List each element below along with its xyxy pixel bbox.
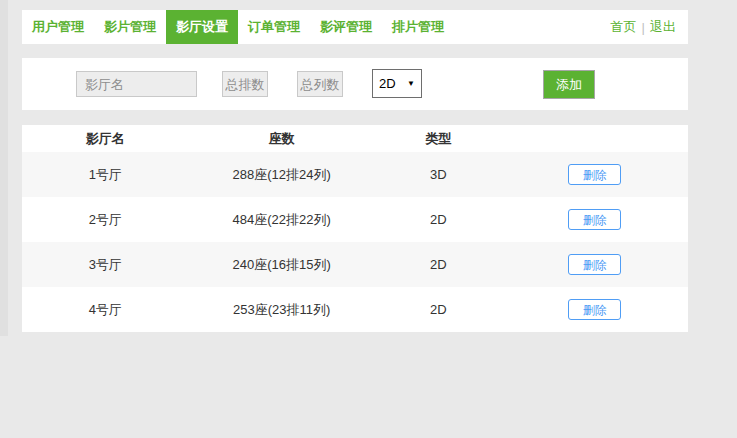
delete-button[interactable]: 删除 bbox=[568, 164, 621, 185]
table-row: 2号厅 484座(22排22列) 2D 删除 bbox=[22, 197, 688, 242]
col-header-actions bbox=[502, 125, 689, 152]
type-cell: 2D bbox=[375, 242, 502, 287]
type-cell: 3D bbox=[375, 152, 502, 197]
actions-cell: 删除 bbox=[502, 152, 689, 197]
table-row: 1号厅 288座(12排24列) 3D 删除 bbox=[22, 152, 688, 197]
hall-name-cell: 3号厅 bbox=[22, 242, 189, 287]
seats-cell: 484座(22排22列) bbox=[189, 197, 375, 242]
seats-cell: 288座(12排24列) bbox=[189, 152, 375, 197]
type-cell: 2D bbox=[375, 287, 502, 332]
top-nav: 用户管理 影片管理 影厅设置 订单管理 影评管理 排片管理 首页 | 退出 bbox=[22, 10, 688, 44]
halls-table-panel: 影厅名 座数 类型 1号厅 288座(12排24列) 3D 删除 2号厅 484… bbox=[22, 125, 688, 332]
dropdown-arrow-icon: ▼ bbox=[407, 80, 415, 88]
hall-name-cell: 2号厅 bbox=[22, 197, 189, 242]
type-select[interactable]: 2D ▼ bbox=[372, 69, 422, 98]
total-rows-input[interactable] bbox=[222, 71, 268, 97]
actions-cell: 删除 bbox=[502, 242, 689, 287]
col-header-hall-name: 影厅名 bbox=[22, 125, 189, 152]
nav-item-order-management[interactable]: 订单管理 bbox=[238, 10, 310, 44]
actions-cell: 删除 bbox=[502, 287, 689, 332]
seats-cell: 253座(23排11列) bbox=[189, 287, 375, 332]
add-hall-form: 2D ▼ 添加 bbox=[22, 58, 688, 110]
hall-name-input[interactable] bbox=[76, 71, 197, 97]
col-header-type: 类型 bbox=[375, 125, 502, 152]
hall-name-cell: 4号厅 bbox=[22, 287, 189, 332]
add-button[interactable]: 添加 bbox=[543, 70, 595, 99]
delete-button[interactable]: 删除 bbox=[568, 299, 621, 320]
col-header-seats: 座数 bbox=[189, 125, 375, 152]
delete-button[interactable]: 删除 bbox=[568, 254, 621, 275]
nav-right-links: 首页 | 退出 bbox=[611, 10, 688, 44]
table-row: 4号厅 253座(23排11列) 2D 删除 bbox=[22, 287, 688, 332]
table-header-row: 影厅名 座数 类型 bbox=[22, 125, 688, 152]
nav-item-user-management[interactable]: 用户管理 bbox=[22, 10, 94, 44]
type-select-value: 2D bbox=[379, 76, 396, 91]
halls-table: 影厅名 座数 类型 1号厅 288座(12排24列) 3D 删除 2号厅 484… bbox=[22, 125, 688, 332]
home-link[interactable]: 首页 bbox=[611, 18, 637, 36]
nav-item-film-management[interactable]: 影片管理 bbox=[94, 10, 166, 44]
hall-name-cell: 1号厅 bbox=[22, 152, 189, 197]
seats-cell: 240座(16排15列) bbox=[189, 242, 375, 287]
table-row: 3号厅 240座(16排15列) 2D 删除 bbox=[22, 242, 688, 287]
nav-item-review-management[interactable]: 影评管理 bbox=[310, 10, 382, 44]
actions-cell: 删除 bbox=[502, 197, 689, 242]
delete-button[interactable]: 删除 bbox=[568, 209, 621, 230]
logout-link[interactable]: 退出 bbox=[650, 18, 676, 36]
type-cell: 2D bbox=[375, 197, 502, 242]
nav-item-schedule-management[interactable]: 排片管理 bbox=[382, 10, 454, 44]
total-cols-input[interactable] bbox=[297, 71, 343, 97]
window-edge-shadow bbox=[0, 0, 8, 336]
nav-item-hall-settings[interactable]: 影厅设置 bbox=[166, 10, 238, 44]
nav-separator: | bbox=[642, 20, 645, 35]
